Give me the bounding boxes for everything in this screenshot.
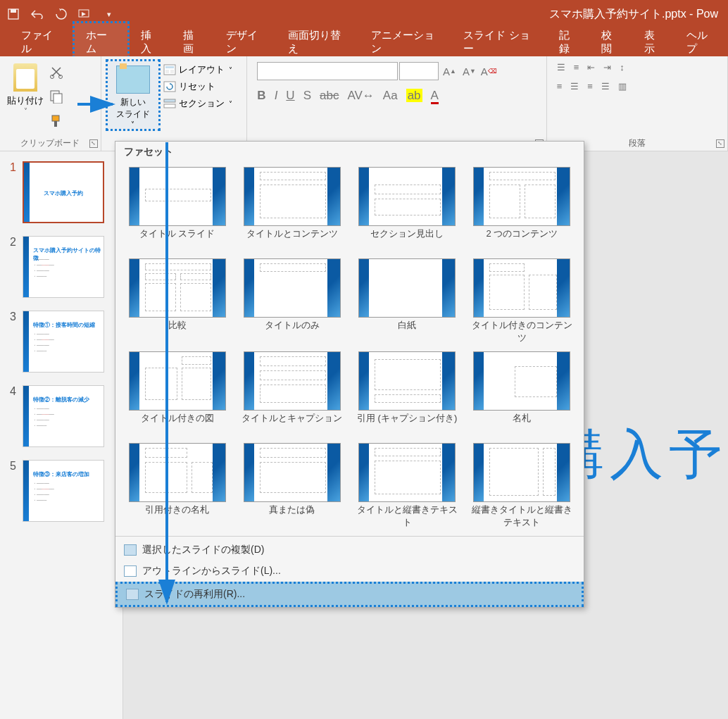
paragraph-launcher[interactable]: ⤡ bbox=[716, 139, 724, 148]
layout-option[interactable]: タイトルと縦書きテキスト bbox=[353, 443, 462, 529]
layout-label: タイトルとコンテンツ bbox=[246, 227, 338, 251]
tab-slideshow[interactable]: スライド ショー bbox=[452, 23, 548, 61]
copy-button[interactable] bbox=[49, 89, 65, 106]
layout-label: タイトル スライド bbox=[139, 227, 215, 251]
thumbnail-item[interactable]: 4特徴②：離脱客の減少・─────・───────・─────・──── bbox=[0, 385, 123, 447]
layout-option[interactable]: 引用付きの名札 bbox=[123, 443, 232, 529]
layout-option[interactable]: タイトル付きのコンテンツ bbox=[467, 258, 577, 344]
customize-qat-icon[interactable]: ▾ bbox=[101, 6, 117, 22]
layout-option[interactable]: 2 つのコンテンツ bbox=[467, 167, 577, 251]
redo-icon[interactable] bbox=[54, 6, 69, 22]
ribbon: 貼り付け ˅ クリップボード ⤡ 新しい スライド ˅ レイアウト˅ bbox=[0, 56, 728, 151]
columns-button[interactable]: ▥ bbox=[618, 81, 627, 92]
align-center-button[interactable]: ☰ bbox=[570, 81, 579, 92]
thumbnail-slide[interactable]: スマホ購入予約 bbox=[23, 161, 104, 223]
tab-file[interactable]: ファイル bbox=[10, 23, 73, 61]
svg-rect-1 bbox=[11, 9, 16, 13]
tab-view[interactable]: 表示 bbox=[633, 23, 675, 61]
cut-button[interactable] bbox=[49, 65, 65, 81]
thumbnail-slide[interactable]: 特徴①：接客時間の短縮・─────・───────・─────・──── bbox=[23, 311, 104, 373]
thumbnail-item[interactable]: 3特徴①：接客時間の短縮・─────・───────・─────・──── bbox=[0, 311, 123, 373]
tab-draw[interactable]: 描画 bbox=[172, 23, 214, 61]
svg-rect-15 bbox=[164, 104, 175, 108]
highlight-button[interactable]: ab bbox=[406, 89, 422, 103]
layout-option[interactable]: セクション見出し bbox=[353, 167, 462, 251]
layout-label: 引用付きの名札 bbox=[145, 504, 209, 527]
thumbnail-slide[interactable]: 特徴②：離脱客の減少・─────・───────・─────・──── bbox=[23, 385, 104, 447]
layout-label: タイトルのみ bbox=[265, 319, 320, 343]
thumbnail-slide[interactable]: スマホ購入予約サイトの特徴・─────・───────・─────・──── bbox=[23, 236, 104, 298]
tab-design[interactable]: デザイン bbox=[215, 23, 277, 61]
increase-font-icon[interactable]: A▲ bbox=[440, 62, 458, 80]
svg-rect-11 bbox=[165, 70, 169, 73]
tab-transitions[interactable]: 画面切り替え bbox=[277, 23, 359, 61]
section-button[interactable]: セクション˅ bbox=[163, 97, 232, 110]
decrease-font-icon[interactable]: A▼ bbox=[460, 62, 478, 80]
tab-review[interactable]: 校閲 bbox=[590, 23, 632, 61]
slides-from-outline-item[interactable]: アウトラインからスライド(L)... bbox=[115, 561, 584, 582]
layout-option[interactable]: 名札 bbox=[467, 351, 577, 436]
clipboard-launcher[interactable]: ⤡ bbox=[89, 139, 98, 148]
layout-option[interactable]: 真または偽 bbox=[237, 443, 346, 529]
align-left-button[interactable]: ≡ bbox=[557, 81, 563, 92]
tab-animations[interactable]: アニメーション bbox=[360, 23, 453, 61]
tab-insert[interactable]: 挿入 bbox=[130, 23, 172, 61]
shadow-button[interactable]: S bbox=[303, 89, 311, 103]
decrease-indent-button[interactable]: ⇤ bbox=[587, 62, 595, 73]
font-name-input[interactable] bbox=[257, 62, 398, 80]
layout-option[interactable]: タイトル スライド bbox=[123, 167, 232, 251]
bold-button[interactable]: B bbox=[257, 89, 265, 103]
start-from-beginning-icon[interactable] bbox=[77, 6, 93, 22]
svg-rect-14 bbox=[164, 99, 175, 102]
format-painter-button[interactable] bbox=[49, 114, 65, 130]
bullets-button[interactable]: ☰ bbox=[557, 62, 565, 73]
tab-help[interactable]: ヘルプ bbox=[675, 23, 728, 61]
layout-option[interactable]: タイトルのみ bbox=[237, 258, 346, 344]
reuse-slides-item[interactable]: スライドの再利用(R)... bbox=[115, 582, 584, 607]
svg-rect-10 bbox=[165, 66, 174, 68]
paste-button[interactable]: 貼り付け ˅ bbox=[4, 59, 46, 130]
font-color-button[interactable]: A bbox=[431, 89, 439, 103]
thumbnail-item[interactable]: 5特徴③：来店客の増加・─────・───────・─────・──── bbox=[0, 460, 123, 522]
tab-record[interactable]: 記録 bbox=[548, 23, 590, 61]
layout-label: 縦書きタイトルと縦書きテキスト bbox=[467, 504, 577, 529]
thumbnail-item[interactable]: 2スマホ購入予約サイトの特徴・─────・───────・─────・──── bbox=[0, 236, 123, 298]
increase-indent-button[interactable]: ⇥ bbox=[603, 62, 611, 73]
align-right-button[interactable]: ≡ bbox=[587, 81, 593, 92]
save-icon[interactable] bbox=[6, 6, 21, 22]
layout-label: 名札 bbox=[513, 412, 531, 436]
underline-button[interactable]: U bbox=[286, 89, 294, 103]
thumbnail-pane[interactable]: 1スマホ購入予約2スマホ購入予約サイトの特徴・─────・───────・───… bbox=[0, 151, 123, 719]
strikethrough-button[interactable]: abc bbox=[320, 89, 339, 103]
new-slide-gallery: ファセット タイトル スライドタイトルとコンテンツセクション見出し2 つのコンテ… bbox=[115, 141, 584, 608]
new-slide-button[interactable]: 新しい スライド ˅ bbox=[106, 59, 161, 131]
line-spacing-button[interactable]: ↕ bbox=[620, 62, 625, 73]
clear-formatting-icon[interactable]: A⌫ bbox=[479, 62, 498, 80]
italic-button[interactable]: I bbox=[275, 89, 278, 103]
undo-icon[interactable] bbox=[30, 6, 45, 22]
character-spacing-button[interactable]: AV↔ bbox=[347, 89, 374, 103]
new-slide-icon bbox=[116, 65, 150, 94]
change-case-button[interactable]: Aa bbox=[383, 89, 398, 103]
layout-icon bbox=[163, 64, 176, 75]
layout-option[interactable]: タイトルとキャプション bbox=[237, 351, 346, 436]
svg-rect-6 bbox=[54, 94, 62, 104]
duplicate-slides-item[interactable]: 選択したスライドの複製(D) bbox=[115, 539, 584, 561]
thumbnail-slide[interactable]: 特徴③：来店客の増加・─────・───────・─────・──── bbox=[23, 460, 104, 522]
layout-label: 白紙 bbox=[398, 319, 416, 343]
layout-button[interactable]: レイアウト˅ bbox=[163, 63, 232, 76]
layout-option[interactable]: 縦書きタイトルと縦書きテキスト bbox=[467, 443, 577, 529]
reuse-icon bbox=[126, 589, 139, 600]
layout-option[interactable]: 引用 (キャプション付き) bbox=[353, 351, 462, 436]
thumbnail-item[interactable]: 1スマホ購入予約 bbox=[0, 161, 123, 223]
numbering-button[interactable]: ≡ bbox=[574, 62, 579, 73]
font-size-input[interactable] bbox=[399, 62, 439, 80]
layout-option[interactable]: タイトル付きの図 bbox=[123, 351, 232, 436]
svg-rect-8 bbox=[54, 121, 57, 127]
layout-option[interactable]: タイトルとコンテンツ bbox=[237, 167, 346, 251]
justify-button[interactable]: ☰ bbox=[601, 81, 610, 92]
layout-label: 引用 (キャプション付き) bbox=[357, 412, 457, 436]
layout-option[interactable]: 白紙 bbox=[353, 258, 462, 344]
layout-option[interactable]: 比較 bbox=[123, 258, 232, 344]
reset-button[interactable]: リセット bbox=[163, 80, 232, 93]
